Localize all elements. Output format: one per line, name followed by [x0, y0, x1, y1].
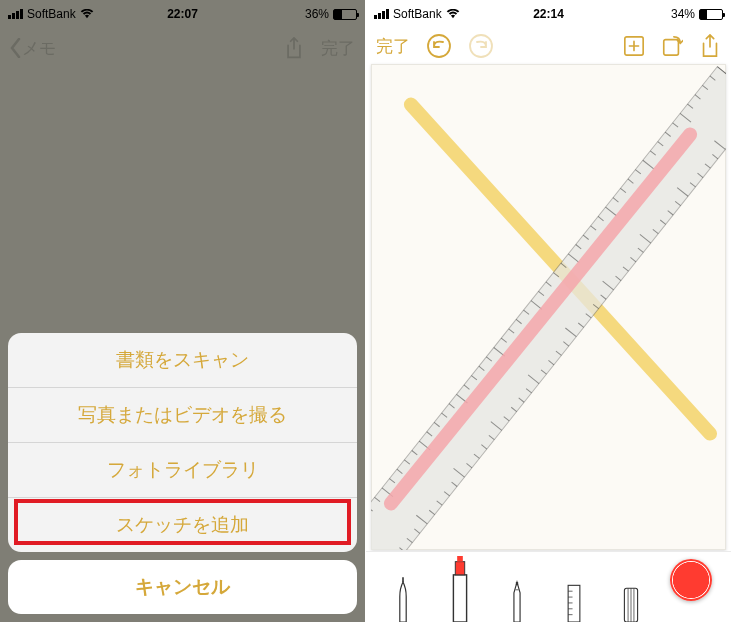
- color-picker-button[interactable]: [670, 559, 712, 601]
- action-item-label: 写真またはビデオを撮る: [78, 402, 287, 428]
- sketch-canvas[interactable]: [371, 64, 726, 550]
- action-take-photo-video[interactable]: 写真またはビデオを撮る: [8, 387, 357, 442]
- wifi-icon: [80, 9, 94, 19]
- action-scan-documents[interactable]: 書類をスキャン: [8, 333, 357, 387]
- svg-rect-116: [568, 585, 580, 622]
- done-button[interactable]: 完了: [321, 37, 355, 60]
- back-label: メモ: [22, 37, 56, 60]
- battery-icon: [333, 9, 357, 20]
- pencil-tool[interactable]: [499, 562, 535, 622]
- svg-rect-115: [457, 556, 463, 562]
- screenshot-left-action-sheet: SoftBank 22:07 36% メモ 完了 書類をスキャン 写真またはビデ…: [0, 0, 366, 622]
- battery-icon: [699, 9, 723, 20]
- pen-tool[interactable]: [385, 562, 421, 622]
- action-item-label: フォトライブラリ: [107, 457, 259, 483]
- carrier-label: SoftBank: [27, 7, 76, 21]
- undo-icon[interactable]: [426, 33, 452, 59]
- action-cancel-button[interactable]: キャンセル: [8, 560, 357, 614]
- tool-tray: [366, 551, 731, 622]
- marker-tool[interactable]: [442, 562, 478, 622]
- carrier-label: SoftBank: [393, 7, 442, 21]
- share-icon[interactable]: [699, 34, 721, 58]
- screenshot-right-sketch-editor: SoftBank 22:14 34% 完了: [366, 0, 731, 622]
- rotate-icon[interactable]: [661, 34, 683, 58]
- back-button[interactable]: メモ: [10, 37, 56, 60]
- redo-icon[interactable]: [468, 33, 494, 59]
- action-add-sketch[interactable]: スケッチを追加: [8, 497, 357, 552]
- battery-percent-label: 36%: [305, 7, 329, 21]
- status-bar: SoftBank 22:07 36%: [0, 0, 365, 24]
- action-photo-library[interactable]: フォトライブラリ: [8, 442, 357, 497]
- canvas-svg: [371, 64, 726, 550]
- svg-rect-113: [453, 575, 466, 622]
- eraser-tool[interactable]: [613, 562, 649, 622]
- action-sheet: 書類をスキャン 写真またはビデオを撮る フォトライブラリ スケッチを追加 キャン…: [8, 333, 357, 614]
- svg-rect-3: [664, 40, 679, 56]
- svg-point-1: [470, 35, 492, 57]
- svg-line-112: [391, 134, 690, 503]
- new-note-icon[interactable]: [623, 34, 645, 58]
- action-item-label: スケッチを追加: [116, 512, 249, 538]
- done-button[interactable]: 完了: [376, 35, 410, 58]
- wifi-icon: [446, 9, 460, 19]
- chevron-left-icon: [10, 38, 22, 58]
- cancel-label: キャンセル: [135, 574, 230, 600]
- action-item-label: 書類をスキャン: [116, 347, 249, 373]
- status-bar: SoftBank 22:14 34%: [366, 0, 731, 24]
- cellular-signal-icon: [374, 9, 389, 19]
- battery-percent-label: 34%: [671, 7, 695, 21]
- nav-bar: メモ 完了: [0, 24, 365, 72]
- share-icon[interactable]: [285, 37, 303, 59]
- svg-point-0: [428, 35, 450, 57]
- action-sheet-options: 書類をスキャン 写真またはビデオを撮る フォトライブラリ スケッチを追加: [8, 333, 357, 552]
- cellular-signal-icon: [8, 9, 23, 19]
- svg-rect-114: [455, 562, 464, 575]
- editor-toolbar: 完了: [366, 24, 731, 68]
- ruler-tool[interactable]: [556, 562, 592, 622]
